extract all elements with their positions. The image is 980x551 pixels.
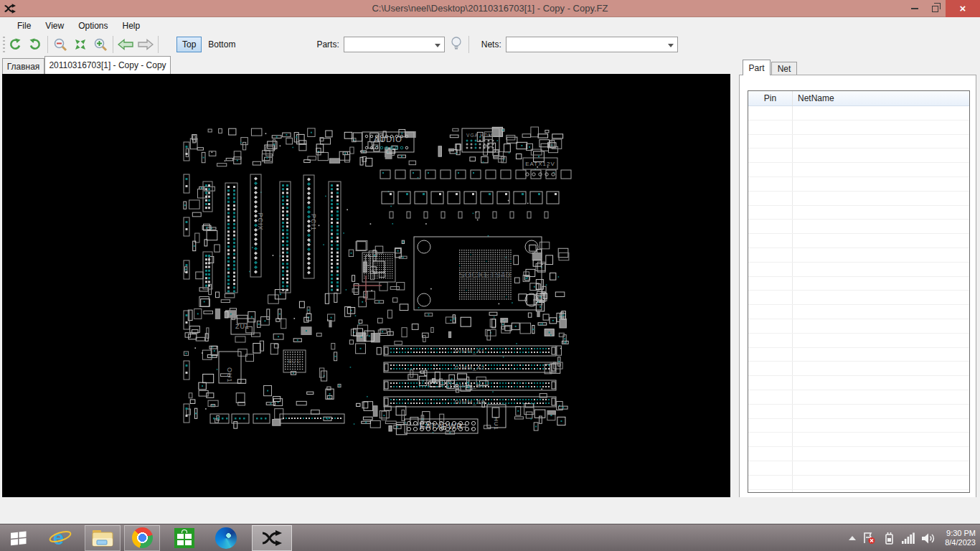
system-tray: 9:30 PM 8/4/2023 bbox=[849, 524, 976, 551]
flag-alert-icon[interactable] bbox=[862, 532, 876, 545]
parts-combo[interactable] bbox=[344, 37, 445, 52]
tab-home[interactable]: Главная bbox=[2, 58, 44, 74]
table-row[interactable] bbox=[748, 206, 969, 220]
explorer-icon bbox=[91, 528, 114, 548]
titlebar: C:\Users\neel\Desktop\20110316703[1] - C… bbox=[0, 0, 980, 17]
taskbar-fz-app-button[interactable] bbox=[252, 525, 292, 551]
table-row[interactable] bbox=[748, 248, 969, 263]
table-row[interactable] bbox=[748, 121, 969, 135]
table-row[interactable] bbox=[748, 263, 969, 277]
svg-text:DIMM_A1: DIMM_A1 bbox=[455, 348, 486, 354]
pin-table[interactable]: Pin NetName bbox=[748, 90, 970, 493]
nav-back-icon bbox=[118, 39, 133, 50]
tray-clock[interactable]: 9:30 PM 8/4/2023 bbox=[945, 529, 976, 547]
table-row[interactable] bbox=[748, 447, 969, 461]
volume-icon[interactable] bbox=[921, 532, 936, 545]
rotate-cw-button[interactable] bbox=[25, 35, 45, 54]
table-row[interactable] bbox=[748, 490, 969, 493]
menu-view[interactable]: View bbox=[38, 19, 71, 32]
close-icon: × bbox=[960, 0, 966, 17]
taskbar-chrome-button[interactable] bbox=[124, 525, 160, 551]
taskbar-explorer-button[interactable] bbox=[85, 525, 121, 551]
table-row[interactable] bbox=[748, 106, 969, 121]
table-row[interactable] bbox=[748, 419, 969, 433]
toolbar-separator bbox=[47, 36, 48, 53]
table-row[interactable] bbox=[748, 433, 969, 447]
table-row[interactable] bbox=[748, 277, 969, 291]
table-row[interactable] bbox=[748, 234, 969, 248]
board-canvas[interactable]: PCIXPCI1AUDIOVGA HDMIEATX12VZU1OU1BU1SOC… bbox=[2, 74, 730, 497]
fit-screen-icon bbox=[73, 37, 88, 52]
bulb-icon bbox=[450, 36, 463, 50]
table-row[interactable] bbox=[748, 405, 969, 419]
toolbar-separator bbox=[113, 36, 113, 53]
table-row[interactable] bbox=[748, 334, 969, 348]
zoom-in-button[interactable] bbox=[90, 35, 110, 54]
top-layer-button[interactable]: Top bbox=[176, 37, 202, 52]
status-strip bbox=[0, 497, 980, 524]
close-button[interactable]: × bbox=[946, 0, 980, 17]
power-icon[interactable] bbox=[882, 532, 895, 545]
clock-time: 9:30 PM bbox=[945, 529, 976, 538]
tab-part[interactable]: Part bbox=[743, 60, 771, 75]
nets-combo[interactable] bbox=[506, 37, 678, 52]
table-row[interactable] bbox=[748, 376, 969, 390]
rotate-ccw-button[interactable] bbox=[5, 35, 25, 54]
menu-file[interactable]: File bbox=[10, 19, 38, 32]
nav-back-button[interactable] bbox=[116, 35, 136, 54]
svg-text:EATXPWR: EATXPWR bbox=[420, 422, 463, 430]
table-row[interactable] bbox=[748, 192, 969, 206]
table-row[interactable] bbox=[748, 390, 969, 405]
table-row[interactable] bbox=[748, 220, 969, 234]
table-row[interactable] bbox=[748, 476, 969, 490]
nets-label: Nets: bbox=[481, 39, 501, 50]
svg-text:BU1: BU1 bbox=[288, 359, 301, 364]
table-row[interactable] bbox=[748, 461, 969, 476]
start-button[interactable] bbox=[1, 525, 36, 551]
menu-help[interactable]: Help bbox=[116, 19, 148, 32]
menu-options[interactable]: Options bbox=[71, 19, 115, 32]
table-row[interactable] bbox=[748, 149, 969, 163]
taskbar-ie-button[interactable]: e bbox=[43, 525, 77, 551]
tab-document[interactable]: 20110316703[1] - Copy - Copy bbox=[44, 56, 171, 74]
column-header-pin[interactable]: Pin bbox=[748, 91, 793, 105]
highlight-bulb-button[interactable] bbox=[450, 36, 463, 53]
table-row[interactable] bbox=[748, 305, 969, 319]
pin-table-header: Pin NetName bbox=[748, 91, 969, 106]
tab-net[interactable]: Net bbox=[771, 62, 797, 75]
chevron-down-icon bbox=[668, 44, 674, 47]
svg-text:VGA HDMI: VGA HDMI bbox=[466, 133, 495, 138]
start-icon bbox=[9, 529, 28, 547]
svg-text:ZU1: ZU1 bbox=[235, 323, 250, 330]
taskbar-store-button[interactable] bbox=[167, 525, 202, 551]
restore-button[interactable] bbox=[924, 0, 946, 17]
fz-app-icon bbox=[261, 529, 283, 547]
toolbar-separator bbox=[468, 36, 469, 53]
chevron-up-icon[interactable] bbox=[849, 536, 856, 540]
nav-forward-button[interactable] bbox=[136, 35, 156, 54]
table-row[interactable] bbox=[748, 362, 969, 376]
bottom-layer-button[interactable]: Bottom bbox=[202, 37, 242, 52]
clock-date: 8/4/2023 bbox=[945, 538, 976, 547]
zoom-out-icon bbox=[53, 37, 67, 52]
zoom-out-button[interactable] bbox=[50, 35, 70, 54]
table-row[interactable] bbox=[748, 163, 969, 177]
restore-icon bbox=[932, 6, 938, 12]
table-row[interactable] bbox=[748, 348, 969, 362]
table-row[interactable] bbox=[748, 291, 969, 305]
table-row[interactable] bbox=[748, 319, 969, 334]
column-header-netname[interactable]: NetName bbox=[793, 91, 969, 105]
network-icon[interactable] bbox=[902, 532, 915, 544]
menubar: File View Options Help bbox=[0, 18, 980, 33]
table-row[interactable] bbox=[748, 135, 969, 149]
taskbar-edge-button[interactable] bbox=[209, 525, 243, 551]
fit-screen-button[interactable] bbox=[70, 35, 90, 54]
nav-forward-icon bbox=[138, 39, 154, 50]
minimize-button[interactable] bbox=[905, 0, 924, 17]
table-row[interactable] bbox=[748, 177, 969, 192]
window-title: C:\Users\neel\Desktop\20110316703[1] - C… bbox=[0, 0, 980, 17]
svg-text:PCIX: PCIX bbox=[257, 213, 264, 231]
svg-text:SOCKET940: SOCKET940 bbox=[459, 270, 512, 279]
minimize-icon bbox=[911, 8, 918, 9]
part-tab-page: Pin NetName bbox=[739, 75, 976, 501]
